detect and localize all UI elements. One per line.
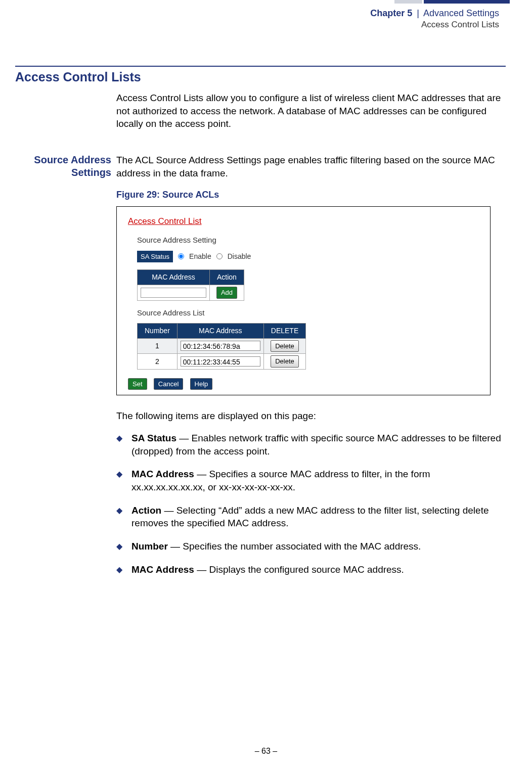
bullet-icon: ◆ [116, 563, 131, 576]
bullet-icon: ◆ [116, 432, 131, 458]
page-number: – 63 – [0, 747, 532, 756]
bullet-icon: ◆ [116, 468, 131, 493]
sa-status-disable-label: Disable [228, 252, 251, 261]
sa-status-enable-radio[interactable] [178, 253, 184, 259]
acl-list-heading: Source Address List [137, 308, 479, 318]
list-row-number: 2 [138, 354, 178, 370]
set-button[interactable]: Set [128, 378, 147, 390]
list-item: ◆ MAC Address — Displays the configured … [116, 563, 506, 576]
bullet-list: ◆ SA Status — Enables network traffic wi… [116, 432, 506, 576]
subsection-side-title: Source Address Settings [15, 154, 116, 586]
add-button[interactable]: Add [216, 287, 237, 299]
delete-button[interactable]: Delete [271, 355, 299, 368]
section-title: Access Control Lists [15, 70, 506, 84]
delete-button[interactable]: Delete [271, 340, 299, 352]
list-row-number: 1 [138, 338, 178, 354]
sa-status-label: SA Status [137, 251, 173, 263]
list-row-mac: 00:11:22:33:44:55 [181, 356, 260, 367]
sa-status-enable-label: Enable [189, 252, 211, 261]
list-col-mac: MAC Address [177, 323, 263, 338]
help-button[interactable]: Help [190, 378, 213, 390]
chapter-number: Chapter 5 [370, 8, 412, 18]
figure-acl-ui: Access Control List Source Address Setti… [116, 206, 491, 396]
cancel-button[interactable]: Cancel [154, 378, 183, 390]
list-col-number: Number [138, 323, 178, 338]
acl-list-table: Number MAC Address DELETE 1 00:12:34:56:… [137, 323, 306, 370]
mac-input[interactable] [141, 288, 206, 298]
items-intro: The following items are displayed on thi… [116, 409, 506, 423]
chapter-sep: | [415, 8, 421, 18]
figure-caption: Figure 29: Source ACLs [116, 189, 506, 201]
list-row-mac: 00:12:34:56:78:9a [181, 341, 260, 351]
list-item: ◆ SA Status — Enables network traffic wi… [116, 432, 506, 458]
bullet-icon: ◆ [116, 540, 131, 553]
acl-sa-heading: Source Address Setting [137, 235, 479, 245]
list-item: ◆ Action — Selecting “Add” adds a new MA… [116, 504, 506, 530]
list-item: ◆ MAC Address — Specifies a source MAC a… [116, 468, 506, 493]
acl-title: Access Control List [128, 216, 479, 227]
page-header: Chapter 5 | Advanced Settings Access Con… [0, 0, 532, 30]
chapter-line: Chapter 5 | Advanced Settings [0, 8, 499, 19]
subsection-body: The ACL Source Address Settings page ena… [116, 154, 506, 179]
add-col-action: Action [210, 270, 244, 285]
horizontal-rule [15, 66, 506, 67]
list-col-delete: DELETE [263, 323, 305, 338]
list-item: ◆ Number — Specifies the number associat… [116, 540, 506, 553]
acl-add-table: MAC Address Action Add [137, 269, 244, 300]
chapter-title: Advanced Settings [423, 8, 499, 18]
add-col-mac: MAC Address [138, 270, 210, 285]
sa-status-disable-radio[interactable] [216, 253, 223, 259]
section-intro: Access Control Lists allow you to config… [116, 92, 506, 130]
section-breadcrumb: Access Control Lists [0, 19, 499, 30]
bullet-icon: ◆ [116, 504, 131, 530]
